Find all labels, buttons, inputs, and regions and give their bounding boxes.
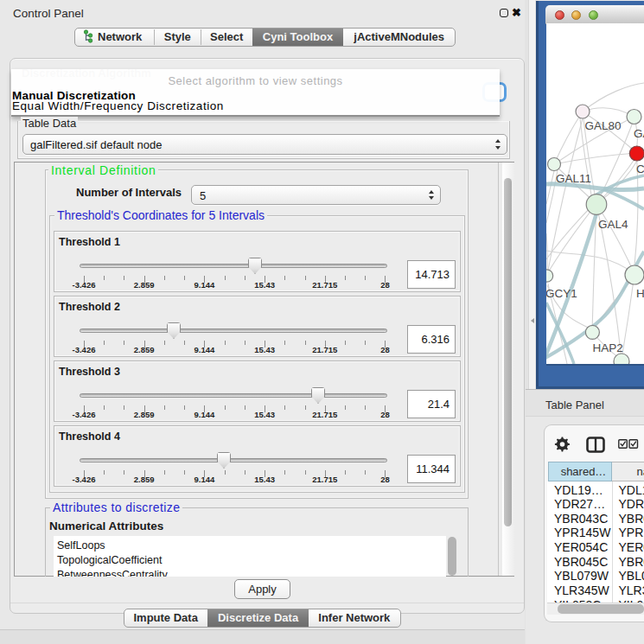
- svg-text:H: H: [636, 287, 644, 300]
- svg-text:HAP2: HAP2: [593, 341, 623, 354]
- svg-text:GA: GA: [634, 127, 644, 140]
- svg-text:GAL80: GAL80: [585, 119, 622, 132]
- svg-text:GAL11: GAL11: [556, 172, 591, 185]
- svg-text:GAL4: GAL4: [598, 218, 628, 231]
- svg-text:GCY1: GCY1: [546, 287, 577, 300]
- svg-text:CY: CY: [636, 163, 644, 175]
